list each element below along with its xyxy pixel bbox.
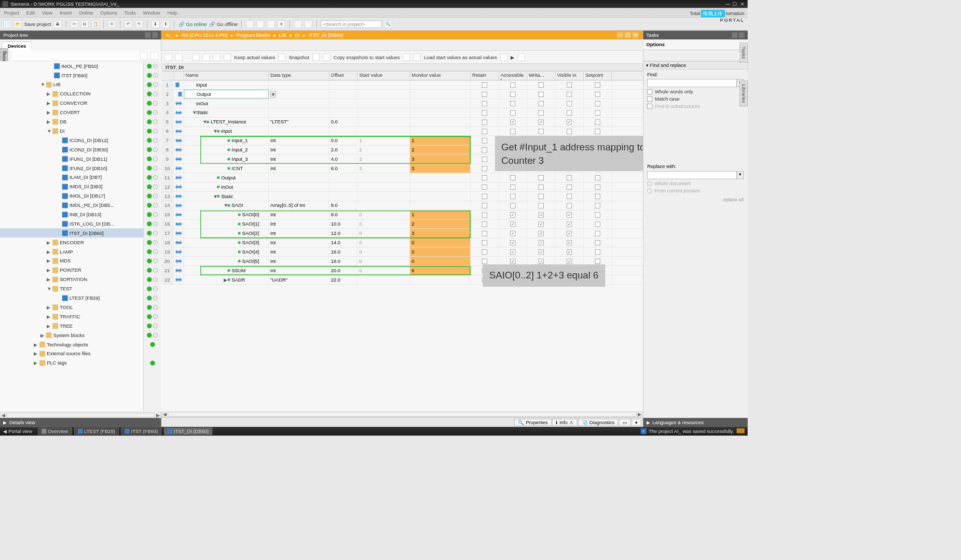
paste-icon[interactable]: 📋 — [91, 20, 100, 29]
snapshot-button[interactable]: Snapshot — [289, 54, 309, 60]
search-input[interactable]: <Search in project> — [321, 20, 382, 27]
grid-col-header[interactable] — [174, 72, 184, 80]
grid-row[interactable]: 14▼SAOIArray[0..5] of Int8.0 — [161, 201, 642, 210]
tree-item[interactable]: INB_DI [DB13] — [0, 210, 143, 219]
menu-help[interactable]: Help — [168, 10, 177, 16]
grid-row[interactable]: 16SAOI[1]Int10.002 — [161, 219, 642, 229]
collapse-icon[interactable] — [145, 32, 150, 38]
tree-item[interactable]: IFUN2_DI [DB10] — [0, 163, 143, 173]
db-tool-7[interactable] — [278, 53, 285, 61]
print-icon[interactable]: 🖶 — [53, 20, 62, 29]
tasks-vtab[interactable]: Tasks — [739, 43, 748, 62]
tree-item[interactable]: LTEST [FB29] — [0, 293, 143, 303]
db-tool-3[interactable] — [192, 53, 199, 61]
menu-view[interactable]: View — [42, 10, 52, 16]
tree-item[interactable]: IMOL_PE [FB50] — [0, 61, 143, 71]
match-case-checkbox[interactable]: Match case — [647, 96, 744, 102]
grid-row[interactable]: 4▼Static — [161, 108, 642, 118]
new-project-icon[interactable]: 📄 — [3, 20, 11, 29]
breadcrumb-item[interactable]: AI_ — [166, 32, 173, 38]
tree-tool-3[interactable] — [150, 51, 159, 60]
grid-row[interactable]: 13▼Static — [161, 192, 642, 201]
tree-item[interactable]: ▶PLC tags — [0, 358, 143, 368]
db-tool-6[interactable] — [224, 53, 231, 61]
tree-item[interactable]: ▶COLLECTION — [0, 89, 143, 99]
find-replace-header[interactable]: ▾Find and replace — [643, 61, 748, 69]
save-project-button[interactable]: Save project — [24, 21, 51, 27]
breadcrumb-item[interactable]: LIB — [279, 32, 286, 38]
grid-row[interactable]: 11Output — [161, 173, 642, 183]
db-tool-4[interactable] — [203, 53, 210, 61]
grid-col-header[interactable]: Start value — [358, 72, 410, 80]
tree-item[interactable]: ▶Technology objects — [0, 340, 143, 349]
grid-row[interactable]: 6▼Input — [161, 127, 642, 136]
download-icon[interactable]: ⬇ — [152, 20, 160, 29]
editor-max-icon[interactable]: ☐ — [625, 32, 631, 38]
grid-row[interactable]: 17SAOI[2]Int12.003 — [161, 229, 642, 238]
tree-item[interactable]: ISTK_LOG_DI [DB... — [0, 219, 143, 228]
tree-item[interactable]: ▶MDS — [0, 256, 143, 265]
db-tool-1[interactable] — [164, 53, 172, 61]
copy-snapshots-button[interactable]: Copy snapshots to start values — [334, 54, 400, 60]
breadcrumb-item[interactable]: ITST_DI [DB60] — [309, 32, 343, 38]
tree-scroll-h[interactable]: ◀▶ — [0, 412, 161, 418]
libraries-vtab[interactable]: Libraries — [739, 81, 748, 107]
tree-item[interactable]: ▼LIB — [0, 80, 143, 89]
tree-item[interactable]: ▶CONVEYOR — [0, 99, 143, 108]
tree-item[interactable]: IMDS_DI [DB3] — [0, 182, 143, 191]
db-grid[interactable]: NameData typeOffsetStart valueMonitor va… — [161, 72, 642, 411]
grid-col-header[interactable]: Name — [184, 72, 269, 80]
undo-icon[interactable]: ↶ — [124, 20, 132, 29]
db-tool-10[interactable] — [403, 53, 410, 61]
status-tab[interactable]: Overview — [38, 428, 72, 435]
search-go-icon[interactable]: 🔍 — [384, 20, 392, 29]
replace-all-button[interactable]: eplace all — [647, 197, 744, 203]
minimize-button[interactable]: — — [725, 1, 731, 7]
db-tool-8[interactable] — [312, 53, 320, 61]
menu-online[interactable]: Online — [79, 10, 93, 16]
load-start-values-button[interactable]: Load start values as actual values — [424, 54, 497, 60]
tree-item[interactable]: ▶DB — [0, 117, 143, 127]
grid-col-header[interactable]: Data type — [269, 72, 330, 80]
grid-row[interactable]: 3InOut — [161, 99, 642, 108]
status-tab[interactable]: ITST_DI (DB60) — [164, 428, 212, 435]
db-tool-12[interactable] — [500, 53, 507, 61]
grid-row[interactable]: 5▼LTEST_Instance"LTEST"0.0 — [161, 117, 642, 127]
maximize-button[interactable]: ☐ — [732, 1, 738, 7]
go-online-button[interactable]: 🔗 Go online — [179, 21, 207, 27]
tree-item[interactable]: ▶ENCODER — [0, 237, 143, 247]
open-project-icon[interactable]: 📂 — [13, 20, 22, 29]
tree-item[interactable]: ITST [FB60] — [0, 71, 143, 80]
editor-min-icon[interactable]: — — [617, 32, 623, 38]
tool-icon-2[interactable] — [256, 20, 265, 29]
grid-row[interactable]: 15SAOI[0]Int8.001 — [161, 210, 642, 219]
redo-icon[interactable]: ↷ — [135, 20, 143, 29]
menu-tools[interactable]: Tools — [125, 10, 136, 16]
tool-icon-3[interactable] — [267, 20, 275, 29]
inspector-min-icon[interactable]: ▭ — [619, 418, 631, 426]
tool-icon-5[interactable] — [294, 20, 303, 29]
tree-item[interactable]: ITST_DI [DB60] — [0, 228, 143, 237]
tree-item[interactable]: IMOL_PE_DI [DB5... — [0, 201, 143, 210]
tree-item[interactable]: ▶TRAFFIC — [0, 312, 143, 321]
keep-actual-values-button[interactable]: Keep actual values — [234, 54, 275, 60]
tree-tool-2[interactable] — [140, 51, 148, 60]
grid-col-header[interactable]: Accessible f... — [499, 72, 527, 80]
tree-item[interactable]: ▶System blocks — [0, 330, 143, 340]
grid-col-header[interactable] — [161, 72, 173, 80]
status-tab[interactable]: LTEST (FB29) — [74, 428, 119, 435]
properties-button[interactable]: 🔍 Properties — [514, 418, 551, 426]
info-button[interactable]: ℹ Info ⚠ — [552, 418, 577, 426]
diagnostics-button[interactable]: 🩺 Diagnostics — [578, 418, 618, 426]
upload-badge[interactable]: 拖拽上传 — [701, 10, 725, 18]
inspector-close-icon[interactable]: ▾ — [631, 418, 641, 426]
menu-project[interactable]: Project — [4, 10, 19, 16]
tree-item[interactable]: ▶TOOL — [0, 303, 143, 312]
tree-item[interactable]: ICON2_DI [DB30] — [0, 145, 143, 154]
find-input[interactable] — [647, 79, 737, 87]
tree-item[interactable]: ILAM_DI [DB7] — [0, 173, 143, 182]
tool-icon-1[interactable] — [246, 20, 254, 29]
db-tool-2[interactable] — [175, 53, 183, 61]
db-tool-9[interactable] — [323, 53, 330, 61]
tool-icon-4[interactable]: ✕ — [278, 20, 286, 29]
